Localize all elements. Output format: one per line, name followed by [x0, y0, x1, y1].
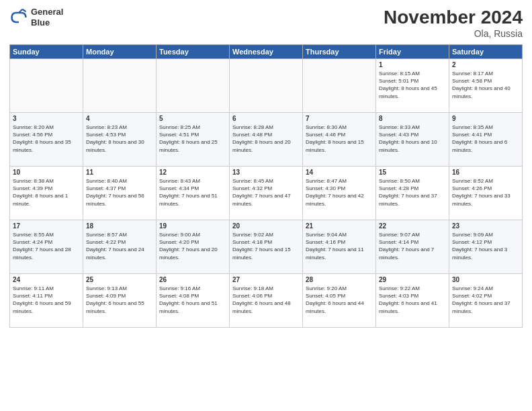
calendar-cell: 30Sunrise: 9:24 AM Sunset: 4:02 PM Dayli…	[449, 274, 523, 328]
page: General Blue November 2024 Ola, Russia S…	[0, 0, 532, 411]
weekday-header-friday: Friday	[376, 45, 449, 59]
calendar-cell: 2Sunrise: 8:17 AM Sunset: 4:58 PM Daylig…	[449, 59, 523, 113]
day-info: Sunrise: 8:38 AM Sunset: 4:39 PM Dayligh…	[13, 177, 80, 208]
calendar-cell: 9Sunrise: 8:35 AM Sunset: 4:41 PM Daylig…	[449, 113, 523, 167]
calendar-cell: 27Sunrise: 9:18 AM Sunset: 4:06 PM Dayli…	[230, 274, 303, 328]
day-number: 13	[232, 169, 300, 176]
day-number: 28	[306, 276, 373, 283]
calendar-cell: 17Sunrise: 8:55 AM Sunset: 4:24 PM Dayli…	[10, 220, 83, 274]
weekday-header-wednesday: Wednesday	[230, 45, 303, 59]
day-number: 3	[13, 115, 80, 122]
calendar-cell: 4Sunrise: 8:23 AM Sunset: 4:53 PM Daylig…	[83, 113, 157, 167]
day-info: Sunrise: 8:17 AM Sunset: 4:58 PM Dayligh…	[452, 70, 519, 100]
calendar-cell: 26Sunrise: 9:16 AM Sunset: 4:08 PM Dayli…	[157, 274, 230, 328]
day-info: Sunrise: 9:22 AM Sunset: 4:03 PM Dayligh…	[379, 285, 446, 315]
day-number: 26	[159, 276, 226, 283]
calendar-cell: 11Sunrise: 8:40 AM Sunset: 4:37 PM Dayli…	[83, 167, 157, 220]
calendar-cell: 6Sunrise: 8:28 AM Sunset: 4:48 PM Daylig…	[230, 113, 303, 167]
weekday-header-saturday: Saturday	[449, 45, 523, 59]
month-title: November 2024	[384, 7, 523, 28]
day-number: 7	[306, 115, 373, 122]
calendar-cell: 7Sunrise: 8:30 AM Sunset: 4:46 PM Daylig…	[303, 113, 376, 167]
day-info: Sunrise: 9:24 AM Sunset: 4:02 PM Dayligh…	[452, 285, 519, 315]
day-info: Sunrise: 9:00 AM Sunset: 4:20 PM Dayligh…	[159, 231, 226, 261]
day-number: 18	[86, 222, 153, 230]
day-info: Sunrise: 9:04 AM Sunset: 4:16 PM Dayligh…	[306, 231, 373, 261]
week-row-4: 24Sunrise: 9:11 AM Sunset: 4:11 PM Dayli…	[10, 274, 523, 328]
day-info: Sunrise: 9:13 AM Sunset: 4:09 PM Dayligh…	[86, 285, 153, 315]
day-number: 16	[452, 169, 519, 176]
day-info: Sunrise: 9:16 AM Sunset: 4:08 PM Dayligh…	[159, 285, 226, 315]
calendar-cell: 16Sunrise: 8:52 AM Sunset: 4:26 PM Dayli…	[449, 167, 523, 220]
day-number: 27	[232, 276, 300, 283]
logo: General Blue	[9, 7, 63, 28]
calendar-cell: 3Sunrise: 8:20 AM Sunset: 4:56 PM Daylig…	[10, 113, 83, 167]
calendar-cell	[303, 59, 376, 113]
week-row-2: 10Sunrise: 8:38 AM Sunset: 4:39 PM Dayli…	[10, 167, 523, 220]
day-info: Sunrise: 8:35 AM Sunset: 4:41 PM Dayligh…	[452, 124, 519, 154]
calendar-cell: 12Sunrise: 8:43 AM Sunset: 4:34 PM Dayli…	[157, 167, 230, 220]
day-number: 22	[379, 222, 446, 230]
weekday-header-monday: Monday	[83, 45, 157, 59]
day-number: 21	[306, 222, 373, 230]
weekday-header-sunday: Sunday	[10, 45, 83, 59]
day-info: Sunrise: 9:09 AM Sunset: 4:12 PM Dayligh…	[452, 231, 519, 261]
day-number: 30	[452, 276, 519, 283]
calendar-cell: 8Sunrise: 8:33 AM Sunset: 4:43 PM Daylig…	[376, 113, 449, 167]
calendar-cell: 25Sunrise: 9:13 AM Sunset: 4:09 PM Dayli…	[83, 274, 157, 328]
weekday-header-thursday: Thursday	[303, 45, 376, 59]
day-number: 15	[379, 169, 446, 176]
day-info: Sunrise: 8:55 AM Sunset: 4:24 PM Dayligh…	[13, 231, 80, 261]
day-info: Sunrise: 9:11 AM Sunset: 4:11 PM Dayligh…	[13, 285, 80, 315]
calendar-cell: 20Sunrise: 9:02 AM Sunset: 4:18 PM Dayli…	[230, 220, 303, 274]
day-number: 10	[13, 169, 80, 176]
day-number: 1	[379, 61, 446, 68]
calendar-cell: 15Sunrise: 8:50 AM Sunset: 4:28 PM Dayli…	[376, 167, 449, 220]
location: Ola, Russia	[384, 28, 523, 39]
day-info: Sunrise: 8:20 AM Sunset: 4:56 PM Dayligh…	[13, 124, 80, 154]
day-info: Sunrise: 8:47 AM Sunset: 4:30 PM Dayligh…	[306, 177, 373, 208]
calendar-cell: 23Sunrise: 9:09 AM Sunset: 4:12 PM Dayli…	[449, 220, 523, 274]
calendar-table: SundayMondayTuesdayWednesdayThursdayFrid…	[9, 44, 523, 328]
day-info: Sunrise: 8:30 AM Sunset: 4:46 PM Dayligh…	[306, 124, 373, 154]
day-number: 2	[452, 61, 519, 68]
day-info: Sunrise: 8:52 AM Sunset: 4:26 PM Dayligh…	[452, 177, 519, 208]
week-row-0: 1Sunrise: 8:15 AM Sunset: 5:01 PM Daylig…	[10, 59, 523, 113]
day-info: Sunrise: 8:43 AM Sunset: 4:34 PM Dayligh…	[159, 177, 226, 208]
day-info: Sunrise: 8:33 AM Sunset: 4:43 PM Dayligh…	[379, 124, 446, 154]
day-number: 23	[452, 222, 519, 230]
day-info: Sunrise: 9:20 AM Sunset: 4:05 PM Dayligh…	[306, 285, 373, 315]
calendar-cell: 18Sunrise: 8:57 AM Sunset: 4:22 PM Dayli…	[83, 220, 157, 274]
calendar-cell: 24Sunrise: 9:11 AM Sunset: 4:11 PM Dayli…	[10, 274, 83, 328]
weekday-header-tuesday: Tuesday	[157, 45, 230, 59]
calendar-cell: 29Sunrise: 9:22 AM Sunset: 4:03 PM Dayli…	[376, 274, 449, 328]
day-info: Sunrise: 8:15 AM Sunset: 5:01 PM Dayligh…	[379, 70, 446, 100]
calendar-cell: 28Sunrise: 9:20 AM Sunset: 4:05 PM Dayli…	[303, 274, 376, 328]
title-block: November 2024 Ola, Russia	[384, 7, 523, 39]
header: General Blue November 2024 Ola, Russia	[9, 7, 523, 39]
day-number: 12	[159, 169, 226, 176]
calendar-cell: 5Sunrise: 8:25 AM Sunset: 4:51 PM Daylig…	[157, 113, 230, 167]
calendar-cell	[230, 59, 303, 113]
day-info: Sunrise: 8:40 AM Sunset: 4:37 PM Dayligh…	[86, 177, 153, 208]
day-info: Sunrise: 9:02 AM Sunset: 4:18 PM Dayligh…	[232, 231, 300, 261]
day-number: 8	[379, 115, 446, 122]
day-info: Sunrise: 8:57 AM Sunset: 4:22 PM Dayligh…	[86, 231, 153, 261]
day-number: 6	[232, 115, 300, 122]
calendar-cell: 1Sunrise: 8:15 AM Sunset: 5:01 PM Daylig…	[376, 59, 449, 113]
day-number: 5	[159, 115, 226, 122]
calendar-cell: 22Sunrise: 9:07 AM Sunset: 4:14 PM Dayli…	[376, 220, 449, 274]
day-number: 11	[86, 169, 153, 176]
calendar-cell	[10, 59, 83, 113]
day-number: 25	[86, 276, 153, 283]
day-number: 17	[13, 222, 80, 230]
day-info: Sunrise: 8:45 AM Sunset: 4:32 PM Dayligh…	[232, 177, 300, 208]
calendar-cell: 13Sunrise: 8:45 AM Sunset: 4:32 PM Dayli…	[230, 167, 303, 220]
day-info: Sunrise: 8:50 AM Sunset: 4:28 PM Dayligh…	[379, 177, 446, 208]
calendar-cell: 14Sunrise: 8:47 AM Sunset: 4:30 PM Dayli…	[303, 167, 376, 220]
day-info: Sunrise: 9:07 AM Sunset: 4:14 PM Dayligh…	[379, 231, 446, 261]
weekday-header-row: SundayMondayTuesdayWednesdayThursdayFrid…	[10, 45, 523, 59]
week-row-1: 3Sunrise: 8:20 AM Sunset: 4:56 PM Daylig…	[10, 113, 523, 167]
calendar-cell	[83, 59, 157, 113]
day-number: 29	[379, 276, 446, 283]
